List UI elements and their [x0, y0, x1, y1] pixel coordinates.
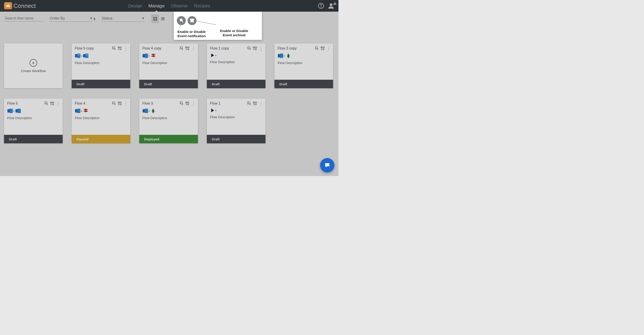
grid-view-button[interactable] — [151, 15, 159, 23]
connector-row: ▸ — [72, 52, 130, 59]
connector-row: ▸ — [274, 52, 333, 59]
workflow-card[interactable]: Flow 1 ⋮ ▸ Flow Description Draft — [207, 99, 266, 143]
brand[interactable]: Connect — [4, 2, 36, 10]
more-icon[interactable]: ⋮ — [259, 46, 263, 51]
connector-row: ▸ — [72, 107, 130, 114]
user-menu[interactable] — [328, 3, 334, 9]
svg-rect-27 — [280, 54, 283, 58]
status-badge: Draft — [207, 135, 266, 143]
callout-notification-text: Enable or Disable Event notification — [174, 30, 210, 38]
search-input[interactable] — [3, 16, 44, 22]
status-badge: Draft — [139, 80, 198, 88]
more-icon[interactable]: ⋮ — [259, 101, 263, 106]
nav-tab-manage[interactable]: Manage — [148, 0, 164, 12]
workflow-grid: + Create Workflow Flow 5 copy ⋮ ▸ Flow D… — [4, 44, 333, 143]
outlook-icon — [75, 108, 80, 114]
bell-off-icon[interactable] — [112, 46, 116, 51]
warning-icon — [333, 1, 337, 5]
status-badge: Draft — [4, 135, 63, 143]
connector-row: ▸ — [139, 107, 198, 114]
connector-row: ▸ — [207, 107, 266, 113]
search-field[interactable] — [5, 16, 50, 20]
chevron-right-icon: ▸ — [215, 54, 217, 57]
nav-tab-observe[interactable]: Observe — [171, 0, 188, 12]
play-icon — [210, 108, 215, 113]
redis-icon — [83, 108, 89, 114]
bell-off-icon[interactable] — [179, 46, 184, 51]
workflow-card[interactable]: Flow 5 copy ⋮ ▸ Flow Description Draft — [72, 44, 130, 88]
bell-off-icon[interactable] — [112, 101, 116, 106]
chevron-right-icon: ▸ — [215, 109, 217, 112]
bell-off-icon[interactable] — [44, 101, 48, 106]
workflow-card[interactable]: Flow 3 ⋮ ▸ Flow Description Deployed — [139, 99, 198, 143]
redis-icon — [150, 53, 156, 59]
status-badge: Draft — [72, 80, 130, 88]
bell-off-icon[interactable] — [314, 46, 319, 51]
chevron-down-icon: ▾ — [90, 16, 92, 21]
more-icon[interactable]: ⋮ — [56, 101, 60, 106]
outlook-icon — [142, 108, 148, 114]
workflow-card[interactable]: Flow 4 ⋮ ▸ Flow Description Paused — [72, 99, 130, 143]
create-workflow-card[interactable]: + Create Workflow — [4, 44, 63, 88]
archive-off-icon[interactable] — [185, 101, 190, 106]
view-toggle — [151, 15, 166, 23]
workflow-card[interactable]: Flow 1 copy ⋮ ▸ Flow Description Draft — [207, 44, 266, 88]
more-icon[interactable]: ⋮ — [124, 101, 128, 106]
workflow-card[interactable]: Flow 3 copy ⋮ ▸ Flow Description Draft — [274, 44, 333, 88]
archive-off-icon[interactable] — [320, 46, 325, 51]
svg-rect-23 — [145, 54, 148, 58]
workflow-card[interactable]: Flow 5 ⋮ ▸ Flow Description Draft — [4, 99, 63, 143]
outlook-icon — [15, 108, 21, 114]
archive-off-icon[interactable] — [118, 46, 122, 51]
connector-row: ▸ — [139, 52, 198, 59]
bell-off-icon[interactable] — [177, 16, 186, 25]
outlook-icon — [142, 53, 148, 59]
nav-tab-design[interactable]: Design — [128, 0, 142, 12]
mongo-icon — [286, 53, 291, 59]
nav-tab-recipes[interactable]: Recipes — [194, 0, 210, 12]
chevron-right-icon: ▸ — [284, 54, 285, 57]
more-icon[interactable]: ⋮ — [191, 46, 196, 51]
chat-button[interactable] — [320, 158, 334, 172]
more-icon[interactable]: ⋮ — [326, 46, 331, 51]
bell-off-icon[interactable] — [247, 101, 251, 106]
chevron-right-icon: ▸ — [81, 54, 82, 57]
outlook-icon — [83, 53, 89, 59]
list-view-button[interactable] — [159, 15, 166, 23]
sort-direction-toggle[interactable]: ▴ ▾ — [94, 17, 95, 21]
bell-off-icon[interactable] — [179, 101, 184, 106]
archive-off-icon[interactable] — [253, 46, 257, 51]
svg-point-2 — [330, 3, 333, 6]
help-icon[interactable] — [318, 3, 324, 9]
archive-off-icon[interactable] — [188, 16, 196, 25]
svg-rect-35 — [77, 109, 80, 113]
brand-logo-icon — [4, 2, 12, 10]
svg-rect-13 — [162, 20, 164, 20]
more-icon[interactable]: ⋮ — [191, 101, 196, 106]
chevron-right-icon: ▸ — [149, 109, 150, 112]
more-icon[interactable]: ⋮ — [124, 46, 128, 51]
svg-rect-7 — [156, 19, 157, 21]
brand-text: Connect — [14, 3, 36, 10]
order-by-select[interactable]: Order By ▾ — [50, 16, 92, 22]
status-select[interactable]: Status ▾ — [102, 16, 144, 22]
svg-rect-9 — [162, 17, 164, 18]
svg-rect-8 — [161, 17, 162, 18]
archive-off-icon[interactable] — [50, 101, 54, 106]
archive-off-icon[interactable] — [118, 101, 122, 106]
top-nav: Connect Design Manage Observe Recipes — [0, 0, 338, 12]
status-badge: Deployed — [139, 135, 198, 143]
svg-rect-30 — [10, 109, 13, 113]
bell-off-icon[interactable] — [247, 46, 251, 51]
connector-row: ▸ — [207, 52, 266, 58]
status-badge: Paused — [72, 135, 130, 143]
status-badge: Draft — [274, 80, 333, 88]
archive-off-icon[interactable] — [253, 101, 257, 106]
svg-rect-5 — [156, 17, 157, 19]
workflow-card[interactable]: Flow 4 copy ⋮ ▸ Flow Description Draft — [139, 44, 198, 88]
sort-down-icon: ▾ — [94, 19, 95, 21]
svg-rect-20 — [86, 54, 88, 56]
outlook-icon — [278, 53, 284, 59]
archive-off-icon[interactable] — [185, 46, 190, 51]
outlook-icon — [75, 53, 80, 59]
